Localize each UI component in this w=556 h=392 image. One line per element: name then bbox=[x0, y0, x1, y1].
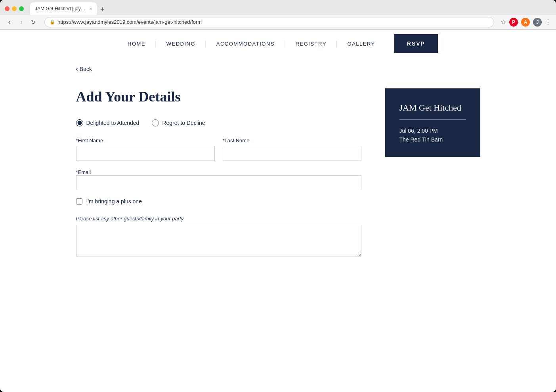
refresh-button[interactable]: ↻ bbox=[29, 17, 38, 27]
bookmark-icon[interactable]: ☆ bbox=[501, 18, 506, 26]
nav-gallery[interactable]: GALLERY bbox=[338, 41, 385, 47]
plus-one-checkbox[interactable] bbox=[76, 198, 82, 205]
address-bar[interactable]: https://www.jayandmyles2019.com/events/j… bbox=[57, 19, 202, 25]
email-label: *Email bbox=[76, 169, 91, 175]
lock-icon: 🔒 bbox=[50, 19, 55, 25]
chevron-left-icon: ‹ bbox=[76, 65, 78, 73]
back-nav-icon: ‹ bbox=[8, 18, 11, 26]
pinterest-icon[interactable]: P bbox=[509, 18, 518, 27]
active-tab[interactable]: JAM Get Hitched | jayandmyle × bbox=[30, 2, 97, 15]
event-card: JAM Get Hitched Jul 06, 2:00 PM The Red … bbox=[385, 88, 480, 157]
last-name-field: *Last Name bbox=[223, 138, 361, 161]
email-input[interactable] bbox=[76, 175, 361, 190]
event-card-venue: The Red Tin Barn bbox=[399, 136, 466, 143]
first-name-input[interactable] bbox=[76, 146, 215, 161]
minimize-button[interactable] bbox=[12, 6, 17, 11]
other-guests-textarea[interactable] bbox=[76, 225, 361, 256]
refresh-icon: ↻ bbox=[31, 19, 36, 25]
nav-home[interactable]: HOME bbox=[118, 41, 155, 47]
close-button[interactable] bbox=[5, 6, 10, 11]
last-name-label: *Last Name bbox=[223, 138, 361, 143]
site-navigation: HOME | WEDDING | ACCOMMODATIONS | REGIST… bbox=[0, 30, 556, 57]
event-card-title: JAM Get Hitched bbox=[399, 103, 466, 113]
first-name-label: *First Name bbox=[76, 138, 215, 143]
adblock-icon[interactable]: A bbox=[521, 18, 530, 27]
decline-radio-label[interactable]: Regret to Decline bbox=[152, 119, 205, 126]
back-link[interactable]: ‹ Back bbox=[76, 65, 480, 73]
last-name-input[interactable] bbox=[223, 146, 361, 161]
form-title: Add Your Details bbox=[76, 88, 361, 105]
first-name-field: *First Name bbox=[76, 138, 215, 161]
maximize-button[interactable] bbox=[19, 6, 24, 11]
forward-nav-icon: › bbox=[20, 18, 23, 26]
attend-radio-input[interactable] bbox=[76, 119, 83, 126]
nav-wedding[interactable]: WEDDING bbox=[157, 41, 205, 47]
decline-label-text: Regret to Decline bbox=[162, 120, 205, 126]
more-options-icon[interactable]: ⋮ bbox=[545, 18, 551, 26]
nav-registry[interactable]: REGISTRY bbox=[286, 41, 336, 47]
new-tab-button[interactable]: + bbox=[97, 4, 108, 15]
attendance-radio-group: Delighted to Attended Regret to Decline bbox=[76, 119, 361, 126]
other-guests-section: Please list any other guests/family in y… bbox=[76, 216, 361, 258]
name-row: *First Name *Last Name bbox=[76, 138, 361, 161]
tab-title: JAM Get Hitched | jayandmyle bbox=[35, 6, 86, 11]
plus-one-checkbox-label[interactable]: I'm bringing a plus one bbox=[76, 198, 361, 205]
plus-one-label-text: I'm bringing a plus one bbox=[86, 198, 142, 205]
forward-nav-button[interactable]: › bbox=[17, 17, 26, 27]
event-card-date: Jul 06, 2:00 PM bbox=[399, 128, 466, 134]
decline-radio-input[interactable] bbox=[152, 119, 159, 126]
nav-rsvp-button[interactable]: RSVP bbox=[394, 34, 438, 53]
event-card-divider bbox=[399, 119, 466, 120]
nav-accommodations[interactable]: ACCOMMODATIONS bbox=[207, 41, 284, 47]
back-link-text: Back bbox=[80, 66, 92, 72]
user-icon[interactable]: J bbox=[533, 18, 542, 27]
attend-label-text: Delighted to Attended bbox=[86, 120, 139, 126]
attend-radio-label[interactable]: Delighted to Attended bbox=[76, 119, 139, 126]
email-field-wrapper: *Email bbox=[76, 169, 361, 190]
tab-close-button[interactable]: × bbox=[90, 6, 92, 11]
other-guests-label: Please list any other guests/family in y… bbox=[76, 216, 361, 222]
back-nav-button[interactable]: ‹ bbox=[5, 17, 14, 27]
